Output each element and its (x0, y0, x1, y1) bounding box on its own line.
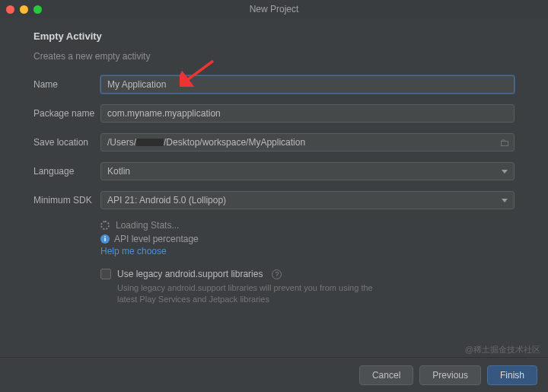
row-package: Package name (33, 104, 515, 123)
page-subheading: Creates a new empty activity (33, 51, 515, 62)
maximize-icon[interactable] (33, 5, 42, 14)
minsdk-value: API 21: Android 5.0 (Lollipop) (107, 195, 226, 206)
help-icon[interactable]: ? (272, 269, 282, 279)
name-input-wrap[interactable] (100, 75, 515, 94)
minimize-icon[interactable] (20, 5, 28, 14)
stats-block: Loading Stats... i API level percentage … (100, 220, 515, 306)
row-minsdk: Minimum SDK API 21: Android 5.0 (Lollipo… (33, 191, 515, 209)
browse-folder-icon[interactable]: 🗀 (499, 137, 509, 148)
label-minsdk: Minimum SDK (33, 195, 100, 206)
minsdk-select[interactable]: API 21: Android 5.0 (Lollipop) (100, 191, 515, 209)
redacted-user (136, 139, 164, 146)
cancel-button[interactable]: Cancel (359, 365, 413, 385)
close-icon[interactable] (6, 5, 14, 14)
save-value-suffix: /Desktop/workspace/MyApplication (164, 137, 305, 148)
window-controls (6, 5, 42, 14)
loading-row: Loading Stats... (100, 220, 515, 231)
legacy-hint: Using legacy android.support libraries w… (117, 282, 376, 306)
info-icon: i (100, 234, 110, 244)
page-heading: Empty Activity (33, 30, 515, 42)
dialog-content: Empty Activity Creates a new empty activ… (0, 18, 548, 306)
watermark: @稀土掘金技术社区 (465, 344, 540, 355)
language-value: Kotlin (107, 166, 130, 177)
row-language: Language Kotlin (33, 162, 515, 180)
api-level-text: API level percentage (114, 234, 199, 244)
label-language: Language (33, 166, 100, 177)
save-input-wrap[interactable]: /Users/ /Desktop/workspace/MyApplication… (100, 133, 515, 151)
label-name: Name (33, 79, 100, 90)
legacy-checkbox[interactable] (100, 269, 111, 279)
help-me-choose-link[interactable]: Help me choose (100, 246, 515, 257)
row-save: Save location /Users/ /Desktop/workspace… (33, 133, 515, 151)
package-input-wrap[interactable] (100, 104, 515, 123)
previous-button[interactable]: Previous (419, 365, 481, 385)
window-title: New Project (250, 4, 299, 14)
api-info-row: i API level percentage (100, 234, 515, 244)
legacy-checkbox-row: Use legacy android.support libraries ? (100, 269, 515, 279)
package-input[interactable] (107, 108, 508, 119)
titlebar: New Project (0, 0, 548, 18)
name-input[interactable] (107, 79, 508, 90)
finish-button[interactable]: Finish (487, 365, 537, 385)
save-value-prefix: /Users/ (107, 137, 136, 148)
row-name: Name (33, 75, 515, 94)
spinner-icon (100, 221, 110, 230)
loading-text: Loading Stats... (116, 220, 179, 231)
label-package: Package name (33, 108, 100, 119)
language-select[interactable]: Kotlin (100, 162, 515, 180)
legacy-label: Use legacy android.support libraries (117, 269, 263, 279)
label-save: Save location (33, 137, 100, 148)
footer: Cancel Previous Finish (0, 357, 548, 392)
